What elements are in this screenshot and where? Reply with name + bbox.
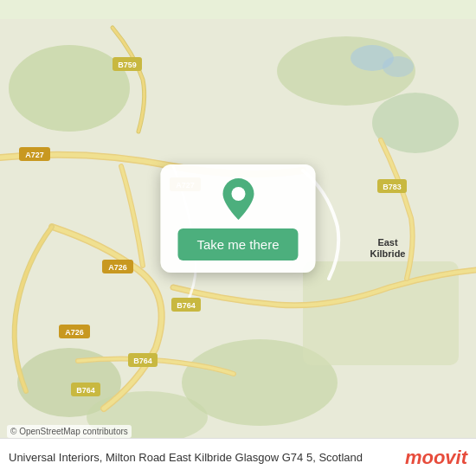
svg-text:East: East	[377, 237, 398, 248]
svg-text:A726: A726	[108, 263, 127, 272]
svg-point-1	[9, 45, 130, 132]
take-me-there-button[interactable]: Take me there	[177, 228, 298, 261]
svg-text:A727: A727	[25, 151, 44, 159]
footer-bar: Universal Interiors, Milton Road East Ki…	[0, 438, 476, 476]
svg-text:A726: A726	[65, 328, 84, 337]
moovit-logo: moovit	[405, 447, 467, 469]
svg-text:B783: B783	[383, 183, 402, 191]
svg-text:Kilbride: Kilbride	[370, 248, 406, 259]
svg-text:B764: B764	[133, 357, 152, 365]
svg-text:B759: B759	[118, 61, 137, 69]
map-pin-icon	[217, 178, 259, 220]
map-attribution: © OpenStreetMap contributors	[7, 425, 132, 438]
svg-text:B764: B764	[177, 301, 196, 310]
location-address: Universal Interiors, Milton Road East Ki…	[9, 451, 398, 464]
svg-point-30	[231, 187, 245, 201]
svg-point-29	[383, 56, 414, 77]
location-popup: Take me there	[160, 164, 315, 273]
svg-text:B764: B764	[76, 386, 95, 395]
map-container: B759 A727 A727 A726 A726 B764 B764 B764 …	[0, 0, 476, 476]
